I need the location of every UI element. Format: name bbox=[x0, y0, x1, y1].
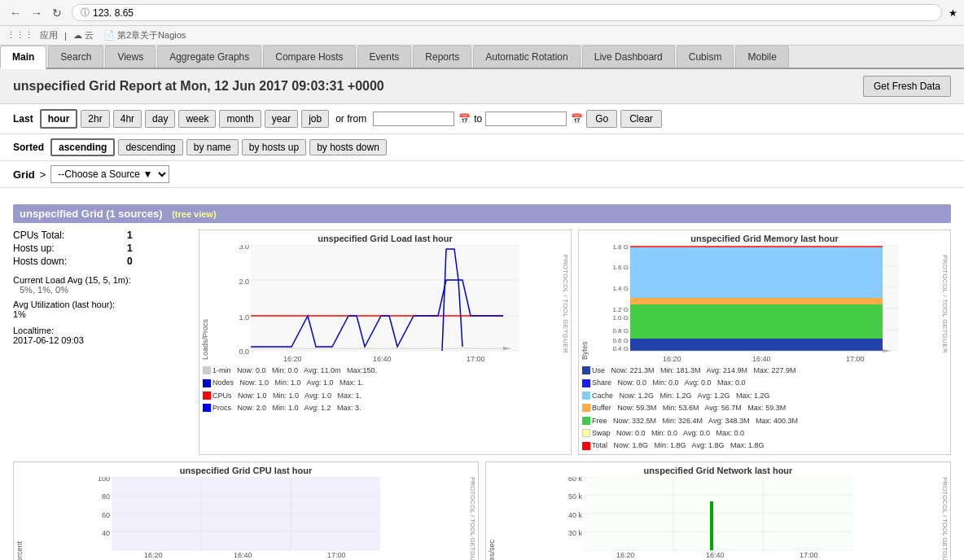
clear-button[interactable]: Clear bbox=[620, 110, 662, 128]
memory-chart: unspecified Grid Memory last hour Bytes bbox=[578, 230, 951, 455]
time-controls-row: Last hour 2hr 4hr day week month year jo… bbox=[0, 104, 964, 134]
svg-text:40: 40 bbox=[102, 529, 110, 537]
legend-cpus-color bbox=[203, 392, 211, 400]
hosts-up-label: Hosts up: bbox=[13, 243, 127, 254]
time-btn-hour[interactable]: hour bbox=[40, 109, 78, 129]
from-calendar-icon[interactable]: 📅 bbox=[458, 113, 471, 125]
tab-views[interactable]: Views bbox=[105, 46, 156, 68]
go-button[interactable]: Go bbox=[586, 110, 617, 128]
grid-source-select[interactable]: --Choose a Source ▼ bbox=[50, 165, 169, 183]
svg-text:16:40: 16:40 bbox=[234, 551, 252, 558]
time-btn-4hr[interactable]: 4hr bbox=[113, 110, 142, 128]
to-date-input[interactable] bbox=[485, 112, 567, 126]
to-calendar-icon[interactable]: 📅 bbox=[571, 113, 583, 125]
load-avg-value: 5%, 1%, 0% bbox=[20, 285, 192, 295]
svg-rect-34 bbox=[630, 339, 883, 351]
secure-icon: ⓘ bbox=[81, 7, 90, 19]
star-icon[interactable]: ★ bbox=[949, 7, 957, 19]
svg-text:16:20: 16:20 bbox=[144, 551, 163, 558]
svg-text:1.0: 1.0 bbox=[239, 313, 249, 322]
bookmark-nagios[interactable]: 📄 第2章关于Nagios bbox=[100, 28, 189, 42]
memory-side-label: PROTOCOL / TOOL GETGUER bbox=[939, 245, 950, 363]
localtime-label: Localtime: bbox=[13, 326, 192, 335]
legend-cache: Cache Now: 1.2G Min: 1.2G Avg: 1.2G Max:… bbox=[582, 390, 947, 401]
svg-text:1.0 G: 1.0 G bbox=[612, 314, 629, 322]
time-btn-day[interactable]: day bbox=[145, 110, 175, 128]
legend-use: Use Now: 221.3M Min: 181.3M Avg: 214.9M … bbox=[582, 365, 947, 376]
legend-buffer-text: Buffer Now: 59.3M Min: 53.6M Avg: 56.7M … bbox=[592, 402, 786, 413]
tab-automatic-rotation[interactable]: Automatic Rotation bbox=[473, 46, 580, 68]
svg-text:40 k: 40 k bbox=[568, 511, 583, 519]
legend-procs-text: Procs Now: 2.0 Min: 1.0 Avg: 1.2 Max: 3. bbox=[213, 402, 361, 413]
page-title: unspecified Grid Report at Mon, 12 Jun 2… bbox=[13, 79, 384, 94]
load-y-label: Loads/Procs bbox=[199, 245, 211, 363]
time-btn-job[interactable]: job bbox=[301, 110, 329, 128]
svg-text:100: 100 bbox=[98, 477, 110, 483]
or-from-label: or from bbox=[335, 113, 366, 125]
nav-tabs: Main Search Views Aggregate Graphs Compa… bbox=[0, 46, 964, 69]
forward-button[interactable]: → bbox=[28, 5, 46, 21]
sort-btn-by-hosts-down[interactable]: by hosts down bbox=[309, 139, 387, 155]
tab-compare-hosts[interactable]: Compare Hosts bbox=[263, 46, 355, 68]
cpu-chart-svg: 100 80 60 40 16:20 16:40 17:00 bbox=[25, 477, 467, 558]
legend-cpus: CPUs Now: 1.0 Min: 1.0 Avg: 1.0 Max: 1. bbox=[203, 390, 567, 401]
bookmark-apps[interactable]: 应用 bbox=[37, 28, 61, 42]
network-chart-area: 60 k 50 k 40 k 30 k 16:20 16:40 17:00 bbox=[497, 477, 939, 560]
apps-icon[interactable]: ⋮⋮⋮ bbox=[7, 30, 33, 41]
cpu-chart-title: unspecified Grid CPU last hour bbox=[14, 462, 478, 477]
localtime-section: Localtime: 2017-06-12 09:03 bbox=[13, 326, 192, 345]
tab-live-dashboard[interactable]: Live Dashboard bbox=[582, 46, 675, 68]
bookmarks-bar: ⋮⋮⋮ 应用 | ☁ 云 📄 第2章关于Nagios bbox=[0, 26, 964, 46]
back-button[interactable]: ← bbox=[7, 5, 24, 21]
tab-reports[interactable]: Reports bbox=[413, 46, 471, 68]
last-label: Last bbox=[13, 113, 33, 125]
sort-btn-descending[interactable]: descending bbox=[118, 139, 182, 155]
cpu-chart-area: 100 80 60 40 16:20 16:40 17:00 bbox=[25, 477, 467, 560]
tab-aggregate-graphs[interactable]: Aggregate Graphs bbox=[157, 46, 261, 68]
time-btn-2hr[interactable]: 2hr bbox=[81, 110, 109, 128]
sort-btn-by-hosts-up[interactable]: by hosts up bbox=[242, 139, 306, 155]
time-btn-week[interactable]: week bbox=[178, 110, 216, 128]
memory-chart-legend: Use Now: 221.3M Min: 181.3M Avg: 214.9M … bbox=[579, 363, 950, 454]
tab-main[interactable]: Main bbox=[0, 46, 46, 69]
svg-text:1.6 G: 1.6 G bbox=[612, 264, 629, 271]
load-chart-legend: 1-min Now: 0.0 Min: 0.0 Avg: 11.0m Max:1… bbox=[199, 363, 571, 417]
stat-hosts-up: Hosts up: 1 bbox=[13, 243, 192, 254]
fresh-data-button[interactable]: Get Fresh Data bbox=[863, 76, 951, 97]
tree-view-link[interactable]: (tree view) bbox=[172, 209, 216, 219]
legend-share-text: Share Now: 0.0 Min: 0.0 Avg: 0.0 Max: 0.… bbox=[592, 377, 745, 388]
tab-mobile[interactable]: Mobile bbox=[735, 46, 788, 68]
cpu-side-label: PROTOCOL / TOOL GETGUER bbox=[467, 477, 478, 560]
bookmark-cloud[interactable]: ☁ 云 bbox=[70, 28, 97, 42]
url-text: 123. 8.65 bbox=[93, 7, 134, 19]
tab-cubism[interactable]: Cubism bbox=[677, 46, 734, 68]
network-chart-svg: 60 k 50 k 40 k 30 k 16:20 16:40 17:00 bbox=[497, 477, 939, 558]
bookmark-separator: | bbox=[64, 31, 67, 41]
stat-hosts-down: Hosts down: 0 bbox=[13, 256, 192, 267]
legend-procs: Procs Now: 2.0 Min: 1.0 Avg: 1.2 Max: 3. bbox=[203, 402, 567, 413]
load-chart: unspecified Grid Load last hour Loads/Pr… bbox=[199, 230, 572, 455]
legend-procs-color bbox=[203, 404, 211, 412]
legend-nodes: Nodes Now: 1.0 Min: 1.0 Avg: 1.0 Max: 1. bbox=[203, 377, 567, 388]
load-side-label: PROTOCOL / TOOL GETGUER bbox=[559, 245, 571, 363]
legend-swap-color bbox=[582, 429, 590, 437]
refresh-button[interactable]: ↻ bbox=[49, 5, 65, 21]
legend-swap: Swap Now: 0.0 Min: 0.0 Avg: 0.0 Max: 0.0 bbox=[582, 427, 947, 439]
sort-btn-ascending[interactable]: ascending bbox=[50, 138, 115, 156]
svg-text:17:00: 17:00 bbox=[467, 355, 485, 363]
address-bar[interactable]: ⓘ 123. 8.65 bbox=[72, 4, 942, 21]
legend-total: Total Now: 1.8G Min: 1.8G Avg: 1.8G Max:… bbox=[582, 440, 947, 451]
from-date-input[interactable] bbox=[373, 112, 454, 126]
time-btn-month[interactable]: month bbox=[219, 110, 261, 128]
legend-nodes-color bbox=[203, 379, 211, 387]
load-avg-section: Current Load Avg (15, 5, 1m): 5%, 1%, 0% bbox=[13, 275, 192, 295]
browser-nav[interactable]: ← → ↻ bbox=[7, 5, 65, 21]
time-btn-year[interactable]: year bbox=[265, 110, 298, 128]
sort-btn-by-name[interactable]: by name bbox=[186, 139, 239, 155]
tab-events[interactable]: Events bbox=[357, 46, 412, 68]
svg-rect-67 bbox=[710, 501, 713, 550]
svg-text:16:40: 16:40 bbox=[706, 551, 725, 558]
tab-search[interactable]: Search bbox=[48, 46, 103, 68]
load-chart-title: unspecified Grid Load last hour bbox=[199, 230, 571, 245]
network-side-label: PROTOCOL / TOOL GETGUER bbox=[939, 477, 950, 560]
